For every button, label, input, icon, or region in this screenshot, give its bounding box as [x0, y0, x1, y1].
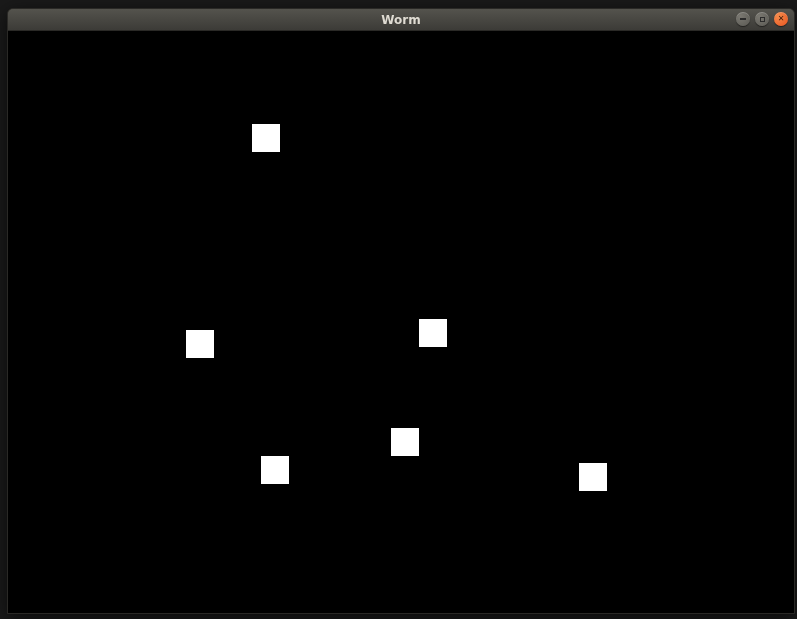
window-title: Worm	[381, 13, 420, 27]
window-controls	[736, 12, 788, 26]
game-canvas[interactable]	[8, 31, 794, 613]
worm-segment	[579, 463, 607, 491]
minimize-button[interactable]	[736, 12, 750, 26]
worm-segment	[252, 124, 280, 152]
worm-segment	[261, 456, 289, 484]
worm-segment	[186, 330, 214, 358]
maximize-button[interactable]	[755, 12, 769, 26]
app-window: Worm	[7, 8, 795, 614]
worm-segment	[419, 319, 447, 347]
titlebar[interactable]: Worm	[8, 9, 794, 31]
close-button[interactable]	[774, 12, 788, 26]
worm-segment	[391, 428, 419, 456]
